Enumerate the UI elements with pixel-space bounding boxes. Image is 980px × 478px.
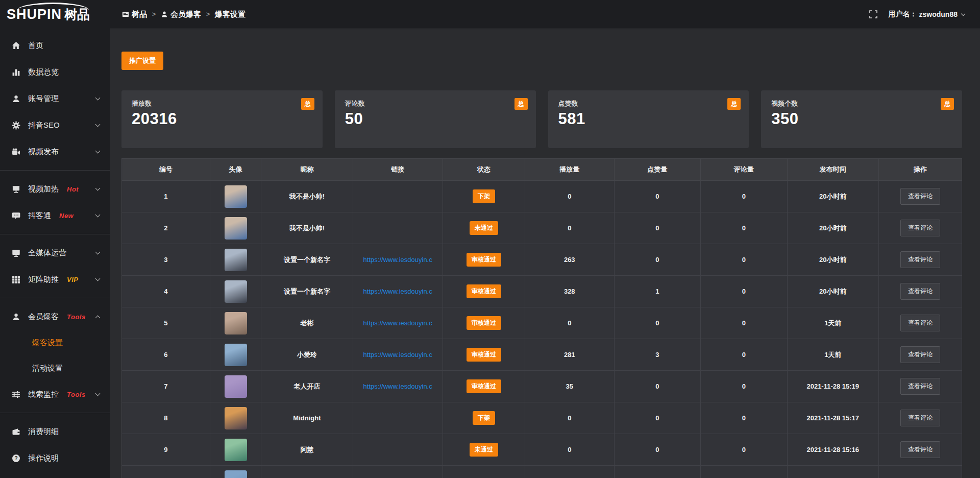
- cell-number: [122, 466, 210, 478]
- status-badge[interactable]: 审核通过: [467, 284, 501, 298]
- sidebar-item-seo[interactable]: 抖音SEO: [0, 112, 110, 138]
- fullscreen-icon[interactable]: [869, 10, 877, 18]
- status-badge[interactable]: 审核通过: [467, 253, 501, 267]
- cell-nickname: 阿慧: [261, 434, 353, 466]
- cell-avatar: [210, 276, 261, 307]
- user-area: 用户名：zswodun88: [869, 10, 965, 19]
- cell-comments: 0: [701, 339, 788, 371]
- sidebar-item-publish[interactable]: 视频发布: [0, 138, 110, 165]
- sidebar-item-label: 视频加热: [28, 184, 59, 194]
- view-comments-button[interactable]: 查看评论: [900, 283, 940, 300]
- user-icon: [161, 11, 168, 18]
- cell-link: [353, 181, 443, 212]
- sidebar-item-clue[interactable]: 线索监控Tools: [0, 381, 110, 408]
- cell-likes: 0: [614, 212, 701, 244]
- cell-link: https://www.iesdouyin.c: [353, 371, 443, 402]
- status-badge[interactable]: 未通过: [470, 443, 498, 457]
- sidebar-item-data[interactable]: 数据总览: [0, 59, 110, 85]
- sidebar-subitem[interactable]: 爆客设置: [0, 330, 110, 355]
- column-header: 昵称: [261, 159, 353, 181]
- cell-link: https://www.iesdouyin.c: [353, 307, 443, 339]
- view-comments-button[interactable]: 查看评论: [900, 220, 940, 236]
- user-icon: [12, 94, 20, 103]
- table-row: 1我不是小帅!下架00020小时前查看评论: [122, 181, 962, 212]
- sidebar-item-douke[interactable]: 抖客通New: [0, 202, 110, 229]
- cell-link: https://www.iesdouyin.c: [353, 339, 443, 371]
- column-header: 发布时间: [787, 159, 878, 181]
- breadcrumb-item[interactable]: 树品: [122, 10, 147, 19]
- view-comments-button[interactable]: 查看评论: [900, 188, 940, 205]
- cell-nickname: 老彬: [261, 307, 353, 339]
- table-body: 1我不是小帅!下架00020小时前查看评论2我不是小帅!未通过00020小时前查…: [122, 181, 962, 478]
- view-comments-button[interactable]: 查看评论: [900, 378, 940, 395]
- stat-card-label: 播放数: [132, 99, 312, 108]
- status-badge[interactable]: 下架: [473, 411, 495, 425]
- cell-nickname: Midnight: [261, 402, 353, 434]
- user-dropdown[interactable]: 用户名：zswodun88: [889, 10, 965, 19]
- cell-link: [353, 466, 443, 478]
- sidebar-item-matrix[interactable]: 矩阵助推VIP: [0, 266, 110, 293]
- chat-icon: [12, 211, 20, 220]
- sidebar-item-media[interactable]: 全媒体运营: [0, 240, 110, 266]
- cell-action: 查看评论: [878, 339, 962, 371]
- sidebar-item-home[interactable]: 首页: [0, 32, 110, 59]
- sidebar-item-member[interactable]: 会员爆客Tools: [0, 303, 110, 330]
- status-badge[interactable]: 下架: [473, 189, 495, 203]
- promo-settings-button[interactable]: 推广设置: [121, 52, 163, 70]
- grid-icon: [12, 275, 20, 284]
- sidebar-item-label: 矩阵助推: [28, 275, 59, 284]
- cell-status: 审核通过: [443, 276, 525, 307]
- breadcrumb: 树品>会员爆客>爆客设置: [122, 10, 246, 19]
- cell-likes: 0: [614, 244, 701, 276]
- status-badge[interactable]: 审核通过: [467, 348, 501, 362]
- chevron-down-icon: [95, 212, 101, 217]
- cell-nickname: 小爱玲: [261, 339, 353, 371]
- status-badge[interactable]: 审核通过: [467, 379, 501, 393]
- cell-likes: 3: [614, 339, 701, 371]
- cell-avatar: [210, 181, 261, 212]
- stat-card: 视频个数350总: [761, 90, 962, 148]
- view-comments-button[interactable]: 查看评论: [900, 315, 940, 331]
- breadcrumb-item[interactable]: 爆客设置: [215, 10, 246, 19]
- status-badge[interactable]: 审核通过: [467, 316, 501, 330]
- sidebar-divider: [0, 413, 110, 413]
- column-header: 播放量: [525, 159, 614, 181]
- view-comments-button[interactable]: 查看评论: [900, 410, 940, 426]
- sidebar-item-consume[interactable]: 消费明细: [0, 418, 110, 445]
- status-badge[interactable]: 未通过: [470, 221, 498, 235]
- sidebar-item-help[interactable]: ?操作说明: [0, 445, 110, 471]
- view-comments-button[interactable]: 查看评论: [900, 346, 940, 363]
- sidebar-item-account[interactable]: 账号管理: [0, 85, 110, 112]
- video-link[interactable]: https://www.iesdouyin.c: [363, 351, 432, 358]
- cell-avatar: [210, 371, 261, 402]
- view-comments-button[interactable]: 查看评论: [900, 251, 940, 268]
- chevron-down-icon: [95, 148, 101, 153]
- video-link[interactable]: https://www.iesdouyin.c: [363, 256, 432, 264]
- cell-comments: 0: [701, 434, 788, 466]
- breadcrumb-item[interactable]: 会员爆客: [161, 10, 201, 19]
- cell-action: 查看评论: [878, 402, 962, 434]
- chevron-down-icon: [95, 276, 101, 281]
- sidebar-item-badge: Hot: [67, 185, 79, 193]
- cell-comments: 0: [701, 371, 788, 402]
- cell-status: 审核通过: [443, 244, 525, 276]
- monitor-icon: [12, 249, 20, 257]
- sidebar-item-label: 线索监控: [28, 390, 59, 399]
- column-header: 头像: [210, 159, 261, 181]
- stat-card-label: 评论数: [345, 99, 526, 108]
- video-link[interactable]: https://www.iesdouyin.c: [363, 288, 432, 295]
- cell-nickname: 设置一个新名字: [261, 276, 353, 307]
- view-comments-button[interactable]: 查看评论: [900, 441, 940, 458]
- sliders-icon: [12, 390, 20, 399]
- stat-card-total-badge: 总: [514, 98, 528, 110]
- video-link[interactable]: https://www.iesdouyin.c: [363, 383, 432, 390]
- video-link[interactable]: https://www.iesdouyin.c: [363, 319, 432, 327]
- videos-table-wrap: 编号头像昵称链接状态播放量点赞量评论量发布时间操作 1我不是小帅!下架00020…: [121, 158, 962, 478]
- table-row: 2我不是小帅!未通过00020小时前查看评论: [122, 212, 962, 244]
- cell-plays: 0: [525, 307, 614, 339]
- cell-plays: 0: [525, 434, 614, 466]
- cell-status: 审核通过: [443, 307, 525, 339]
- cell-comments: [701, 466, 788, 478]
- sidebar-item-heat[interactable]: 视频加热Hot: [0, 176, 110, 202]
- sidebar-subitem[interactable]: 活动设置: [0, 355, 110, 381]
